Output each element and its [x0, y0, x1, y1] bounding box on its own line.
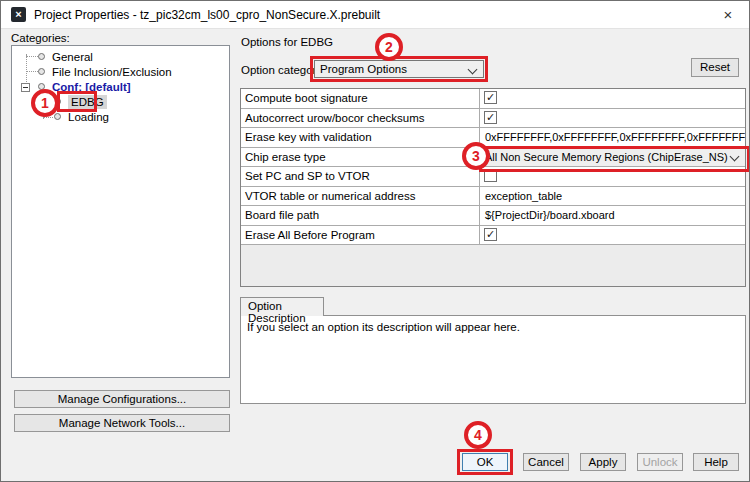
table-row: Autocorrect urow/bocor checksums ✓ — [241, 109, 745, 129]
erase-key-input[interactable]: 0xFFFFFFFF,0xFFFFFFFF,0xFFFFFFFF,0xFFFFF… — [480, 128, 745, 147]
window-title: Project Properties - tz_pic32cm_ls00_cpr… — [34, 8, 380, 22]
options-table: Compute boot signature ✓ Autocorrect uro… — [240, 88, 746, 287]
annotation-circle-step2: 2 — [375, 33, 403, 61]
help-button[interactable]: Help — [693, 453, 739, 471]
checkmark-icon: ✓ — [486, 228, 495, 240]
tree-connector — [26, 56, 38, 57]
option-label: Board file path — [241, 206, 480, 225]
sidebar-item-label: General — [52, 51, 93, 63]
annotation-box-step1 — [57, 91, 97, 112]
checkmark-icon: ✓ — [486, 111, 495, 123]
sidebar-item-label: Loading — [68, 111, 109, 123]
project-properties-dialog: × Project Properties - tz_pic32cm_ls00_c… — [0, 0, 750, 482]
vtor-table-input[interactable]: exception_table — [480, 187, 745, 206]
option-value-cell: ✓ — [480, 109, 745, 128]
checkbox-checked[interactable]: ✓ — [484, 111, 497, 124]
mplab-x-logo-icon: × — [11, 7, 26, 22]
tree-connector — [43, 117, 53, 118]
reset-button[interactable]: Reset — [691, 58, 739, 77]
table-row: VTOR table or numerical address exceptio… — [241, 187, 745, 207]
option-label: Set PC and SP to VTOR — [241, 167, 480, 186]
checkbox-checked[interactable]: ✓ — [484, 228, 497, 241]
option-label: Autocorrect urow/bocor checksums — [241, 109, 480, 128]
tree-connector — [26, 71, 38, 72]
manage-network-tools-button[interactable]: Manage Network Tools... — [14, 414, 230, 432]
table-row: Compute boot signature ✓ — [241, 89, 745, 109]
close-icon: × — [724, 6, 733, 23]
tree-node-icon — [38, 53, 45, 60]
option-label: Compute boot signature — [241, 89, 480, 108]
cancel-button[interactable]: Cancel — [523, 453, 569, 471]
sidebar-item-general[interactable]: General — [38, 49, 93, 64]
board-file-path-input[interactable]: ${ProjectDir}/board.xboard — [480, 206, 745, 225]
checkmark-icon: ✓ — [486, 91, 495, 103]
tree-node-icon — [54, 113, 61, 120]
table-row: Erase key with validation 0xFFFFFFFF,0xF… — [241, 128, 745, 148]
tab-option-description[interactable]: Option Description — [240, 297, 324, 316]
option-label: Erase All Before Program — [241, 226, 480, 245]
annotation-box-step4 — [457, 449, 513, 475]
tree-collapse-toggle[interactable] — [21, 83, 30, 92]
option-value-cell: ✓ — [480, 226, 745, 245]
categories-label: Categories: — [11, 32, 70, 44]
annotation-box-step2 — [310, 56, 488, 82]
table-row: Erase All Before Program ✓ — [241, 226, 745, 246]
checkbox-checked[interactable]: ✓ — [484, 91, 497, 104]
apply-button[interactable]: Apply — [580, 453, 626, 471]
unlock-button: Unlock — [637, 453, 683, 471]
sidebar-item-file-inclusion[interactable]: File Inclusion/Exclusion — [38, 64, 172, 79]
annotation-circle-step4: 4 — [464, 421, 492, 449]
annotation-circle-step3: 3 — [462, 142, 490, 170]
options-heading: Options for EDBG — [241, 36, 333, 48]
annotation-box-step3 — [479, 146, 750, 172]
table-row: Board file path ${ProjectDir}/board.xboa… — [241, 206, 745, 226]
manage-configurations-button[interactable]: Manage Configurations... — [14, 390, 230, 408]
option-label: Chip erase type — [241, 148, 480, 167]
tree-node-icon — [38, 68, 45, 75]
sidebar-item-label: File Inclusion/Exclusion — [52, 66, 172, 78]
option-value-cell: ✓ — [480, 89, 745, 108]
annotation-circle-step1: 1 — [31, 89, 59, 117]
option-label: Erase key with validation — [241, 128, 480, 147]
title-bar: × Project Properties - tz_pic32cm_ls00_c… — [1, 1, 749, 29]
option-label: VTOR table or numerical address — [241, 187, 480, 206]
close-button[interactable]: × — [707, 1, 749, 29]
option-description-panel: If you select an option its description … — [240, 315, 746, 404]
